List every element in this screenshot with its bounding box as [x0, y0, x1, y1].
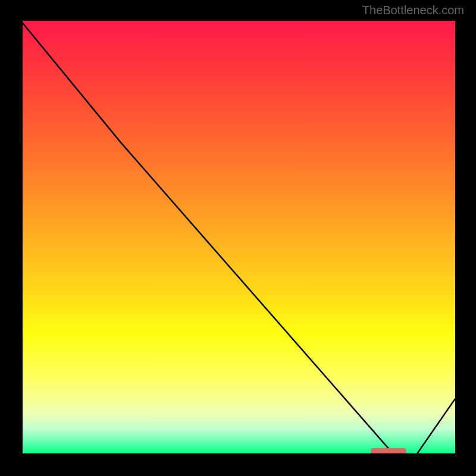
attribution-text: TheBottleneck.com: [362, 4, 464, 17]
y-axis: [21, 21, 23, 455]
line-curve: [21, 21, 455, 455]
x-axis: [21, 453, 455, 455]
chart-plot-area: [21, 21, 455, 455]
